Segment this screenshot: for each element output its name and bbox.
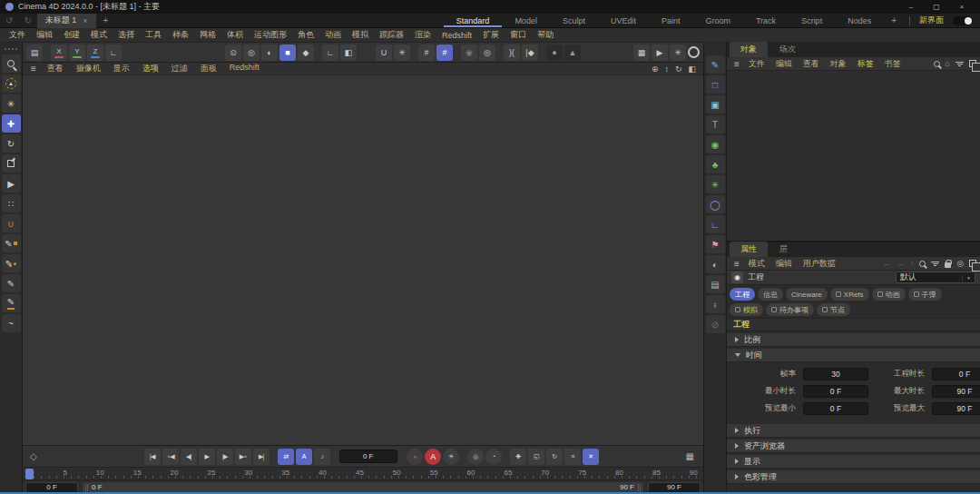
object-mode-icon[interactable]: ■ xyxy=(279,44,296,61)
section-asset-browser[interactable]: 资产浏览器 xyxy=(727,440,980,453)
render-settings-button[interactable]: ✳ xyxy=(670,44,686,61)
menubar-item[interactable]: 跟踪器 xyxy=(374,29,409,41)
loop-toggle[interactable]: ⇄ xyxy=(278,449,294,465)
minimize-button[interactable]: – xyxy=(898,0,924,14)
quantize-grid-icon[interactable]: # xyxy=(436,44,453,61)
menubar-item[interactable]: 扩展 xyxy=(477,29,505,41)
key-scale-toggle[interactable]: ◱ xyxy=(528,449,544,465)
am-menu-edit[interactable]: 编辑 xyxy=(770,258,798,270)
transform-cursor-icon[interactable]: ▶ xyxy=(2,174,21,193)
multi-axis-icon[interactable]: ∷ xyxy=(2,194,21,212)
bullet-tab-button[interactable]: 子弹 xyxy=(908,288,942,301)
text-object-icon[interactable]: T xyxy=(706,115,725,133)
timeline-ruler[interactable]: 051015202530354045505560657075808590 xyxy=(23,467,703,479)
menubar-item[interactable]: 运动图形 xyxy=(249,29,292,41)
menubar-item[interactable]: 动画 xyxy=(319,29,347,41)
layout-tab-nodes[interactable]: Nodes xyxy=(835,15,884,27)
coordinate-system-icon[interactable]: ∟ xyxy=(105,44,122,61)
interface-toggle-switch[interactable] xyxy=(953,16,973,25)
key-rotation-toggle[interactable]: ↻ xyxy=(546,449,563,465)
om-home-icon[interactable]: ⌂ xyxy=(946,59,950,68)
om-filter-icon[interactable] xyxy=(956,62,964,66)
layout-tab-model[interactable]: Model xyxy=(502,15,550,27)
section-display[interactable]: 显示 xyxy=(727,455,980,469)
animation-tab-button[interactable]: 动画 xyxy=(872,288,906,301)
axis-x-lock[interactable]: X xyxy=(51,44,67,61)
tweak-mode-icon[interactable]: ✳ xyxy=(2,94,21,113)
current-frame-field[interactable]: 0 F xyxy=(339,450,397,463)
om-menu-edit[interactable]: 编辑 xyxy=(770,58,798,70)
key-parameter-toggle[interactable]: ≡ xyxy=(564,449,581,465)
render-view-button[interactable]: ▦ xyxy=(633,44,650,61)
mograph-cloner-icon[interactable]: ♣ xyxy=(706,155,725,173)
undo-icon[interactable]: ↺ xyxy=(0,15,18,25)
chevron-down-icon[interactable]: ▼ xyxy=(962,275,971,281)
am-detach-icon[interactable] xyxy=(969,260,976,267)
tab-attributes[interactable]: 属性 xyxy=(730,242,768,257)
todo-tab-button[interactable]: 待办事项 xyxy=(766,303,814,316)
dots-pen-icon[interactable]: ✎ xyxy=(2,254,21,272)
record-button[interactable]: ● xyxy=(407,449,423,465)
play-mode-toggle[interactable]: A xyxy=(296,449,312,465)
goto-end-button[interactable]: ▶| xyxy=(253,449,270,465)
menubar-item[interactable]: 编辑 xyxy=(31,29,58,41)
menubar-item[interactable]: 体积 xyxy=(221,29,249,41)
viewport-canvas[interactable] xyxy=(23,75,703,445)
range-end-field[interactable]: 90 F xyxy=(648,482,701,493)
layout-tab-track[interactable]: Track xyxy=(743,15,789,27)
paint-select-icon[interactable]: ∪ xyxy=(2,214,21,232)
add-layout-button[interactable]: + xyxy=(884,15,904,25)
animation-mode-icon[interactable]: ◆ xyxy=(298,44,314,61)
annotation-pen-icon[interactable]: ⊘ xyxy=(706,315,725,333)
am-target-icon[interactable]: ◎ xyxy=(956,259,964,268)
redshift-render-icon[interactable] xyxy=(688,46,700,58)
range-track[interactable]: 0 F 90 F xyxy=(83,482,643,493)
section-execution[interactable]: 执行 xyxy=(727,424,980,438)
menubar-item[interactable]: 窗口 xyxy=(505,29,532,41)
key-pla-toggle[interactable]: ✕ xyxy=(583,449,599,465)
autokey-button[interactable]: A xyxy=(425,449,441,465)
new-interface-button[interactable]: 新界面 xyxy=(916,15,947,26)
brush-tool-icon[interactable]: ✎ xyxy=(2,274,21,292)
play-button[interactable]: ▶ xyxy=(199,449,215,465)
am-hamburger-icon[interactable]: ≡ xyxy=(730,259,743,269)
am-search-icon[interactable] xyxy=(919,261,926,267)
vp-menu-camera[interactable]: 摄像机 xyxy=(70,63,107,74)
axis-edit-icon[interactable]: ◎ xyxy=(479,44,495,61)
field-input[interactable]: 90 F xyxy=(932,385,980,398)
redo-icon[interactable]: ↻ xyxy=(18,15,36,25)
field-input[interactable]: 0 F xyxy=(932,368,980,380)
slider-tool-icon[interactable]: |◆ xyxy=(522,44,538,61)
am-forward-icon[interactable]: → xyxy=(897,259,905,268)
om-menu-tags[interactable]: 标签 xyxy=(852,58,879,70)
pan-view-icon[interactable]: ⊕ xyxy=(652,64,659,74)
menubar-item[interactable]: 工具 xyxy=(140,29,167,41)
vp-menu-display[interactable]: 显示 xyxy=(107,63,136,74)
menubar-item[interactable]: 角色 xyxy=(292,29,319,41)
deformer-icon[interactable]: ✳ xyxy=(706,175,725,193)
menubar-item[interactable]: 渲染 xyxy=(409,29,436,41)
section-scale[interactable]: 比例 xyxy=(727,333,980,347)
mesh-check-icon[interactable]: ● xyxy=(546,44,563,61)
field-ring-icon[interactable]: ◯ xyxy=(706,195,725,213)
grid-icon[interactable]: # xyxy=(418,44,435,61)
layout-tab-sculpt[interactable]: Sculpt xyxy=(550,15,598,27)
section-time[interactable]: 时间 xyxy=(727,349,980,362)
nodes-tab-button[interactable]: 节点 xyxy=(817,303,850,316)
vp-menu-view[interactable]: 查看 xyxy=(41,63,70,74)
vp-menu-filter[interactable]: 过滤 xyxy=(165,63,194,74)
vp-menu-redshift[interactable]: Redshift xyxy=(223,63,266,74)
key-position-toggle[interactable]: ✚ xyxy=(510,449,526,465)
render-picture-viewer-button[interactable]: ▶ xyxy=(652,44,668,61)
point-pen-icon[interactable]: ✎ xyxy=(2,234,21,252)
workplane-icon[interactable]: ∟ xyxy=(322,44,338,61)
layout-tab-standard[interactable]: Standard xyxy=(444,15,503,27)
timeline-expand-icon[interactable]: ▦ xyxy=(686,451,694,461)
viewport-hamburger-icon[interactable]: ≡ xyxy=(26,64,41,74)
menubar-item[interactable]: 模拟 xyxy=(347,29,374,41)
range-right-handle[interactable] xyxy=(638,484,641,491)
maximize-button[interactable]: ▢ xyxy=(924,0,949,14)
texture-mode-icon[interactable]: ◐ xyxy=(261,44,278,61)
am-up-icon[interactable]: ↑ xyxy=(910,259,915,268)
menubar-item[interactable]: 选择 xyxy=(113,29,140,41)
